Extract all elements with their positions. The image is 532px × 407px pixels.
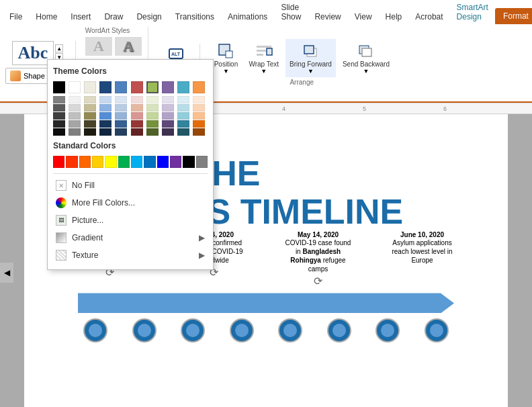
shade-2-7[interactable] [162,112,174,120]
shade-0-5[interactable] [131,96,143,103]
shade-0-6[interactable] [146,96,159,103]
tab-review[interactable]: Review [308,9,347,24]
texture-item[interactable]: Texture ▶ [53,246,208,264]
timeline-dot-2[interactable] [132,318,157,343]
theme-color-0[interactable] [53,81,65,93]
timeline-dot-6[interactable] [327,318,351,343]
shade-4-4[interactable] [115,128,127,136]
tab-acrobat[interactable]: Acrobat [408,9,449,24]
wrap-text-arrow[interactable]: ▼ [261,68,267,75]
shade-3-6[interactable] [146,120,159,128]
shade-0-7[interactable] [162,96,174,103]
shade-1-4[interactable] [115,104,127,111]
shade-3-2[interactable] [84,120,96,128]
shade-4-0[interactable] [53,128,65,136]
shade-0-8[interactable] [177,96,189,103]
tab-design[interactable]: Design [130,9,168,24]
theme-color-5[interactable] [131,81,143,93]
shade-2-1[interactable] [69,112,81,120]
shade-1-8[interactable] [177,104,189,111]
shade-4-9[interactable] [193,128,205,136]
bring-forward-arrow[interactable]: ▼ [308,68,314,75]
theme-color-7[interactable] [162,81,174,93]
shade-2-6[interactable] [146,112,159,120]
theme-color-9[interactable] [193,81,205,93]
shade-3-8[interactable] [177,120,189,128]
tab-transitions[interactable]: Transitions [169,9,221,24]
std-color-3[interactable] [92,156,103,168]
shade-4-5[interactable] [131,128,143,136]
shade-3-3[interactable] [99,120,112,128]
shade-4-3[interactable] [99,128,112,136]
shade-4-8[interactable] [177,128,189,136]
bring-forward-btn[interactable]: Bring Forward ▼ [285,39,336,77]
shade-3-4[interactable] [115,120,127,128]
shade-2-4[interactable] [115,112,127,120]
std-color-7[interactable] [144,156,155,168]
tab-slideshow[interactable]: Slide Show [274,0,308,24]
shade-1-7[interactable] [162,104,174,111]
tab-help[interactable]: Help [379,9,409,24]
theme-color-8[interactable] [177,81,189,93]
std-color-11[interactable] [196,156,208,168]
shade-1-3[interactable] [99,104,112,111]
wordart-item-2[interactable]: A [115,37,142,56]
shade-3-7[interactable] [162,120,174,128]
picture-item[interactable]: 🖼 Picture... [53,212,208,229]
shade-1-9[interactable] [193,104,205,111]
wordart-item-1[interactable]: A [85,37,112,56]
send-backward-arrow[interactable]: ▼ [363,68,369,75]
shade-4-2[interactable] [84,128,96,136]
gradient-item[interactable]: Gradient ▶ [53,229,208,246]
shade-0-1[interactable] [69,96,81,103]
shade-4-1[interactable] [69,128,81,136]
shade-0-3[interactable] [99,96,112,103]
shade-2-9[interactable] [193,112,205,120]
shade-3-9[interactable] [193,120,205,128]
tab-home[interactable]: Home [29,9,64,24]
shade-2-8[interactable] [177,112,189,120]
theme-color-6[interactable] [146,81,159,93]
shade-1-5[interactable] [131,104,143,111]
wrap-text-btn[interactable]: Wrap Text ▼ [245,39,283,77]
std-color-6[interactable] [131,156,142,168]
shade-0-0[interactable] [53,96,65,103]
shade-0-4[interactable] [115,96,127,103]
shade-2-5[interactable] [131,112,143,120]
std-color-4[interactable] [105,156,116,168]
tab-insert[interactable]: Insert [64,9,97,24]
no-fill-item[interactable]: ✕ No Fill [53,177,208,194]
timeline-dot-7[interactable] [375,318,400,343]
shade-1-1[interactable] [69,104,81,111]
tab-view[interactable]: View [348,9,379,24]
send-backward-btn[interactable]: Send Backward ▼ [339,39,394,77]
theme-color-4[interactable] [115,81,127,93]
more-fill-colors-item[interactable]: More Fill Colors... [53,194,208,212]
std-color-0[interactable] [53,156,64,168]
timeline-dot-1[interactable] [83,318,107,343]
std-color-8[interactable] [157,156,169,168]
std-color-1[interactable] [66,156,77,168]
theme-color-1[interactable] [69,81,81,93]
std-color-2[interactable] [79,156,91,168]
std-color-10[interactable] [183,156,194,168]
std-color-9[interactable] [170,156,181,168]
shade-2-2[interactable] [84,112,96,120]
tab-file[interactable]: File [3,9,29,24]
timeline-dot-3[interactable] [181,318,205,343]
shade-1-6[interactable] [146,104,159,111]
abc-up-btn[interactable]: ▲ [55,44,63,52]
shade-4-6[interactable] [146,128,159,136]
shade-1-2[interactable] [84,104,96,111]
tab-animations[interactable]: Animations [221,9,274,24]
std-color-5[interactable] [118,156,130,168]
position-btn[interactable]: Position ▼ [210,39,242,77]
shade-2-3[interactable] [99,112,112,120]
timeline-dot-5[interactable] [278,318,302,343]
shade-3-5[interactable] [131,120,143,128]
theme-color-3[interactable] [99,81,112,93]
tab-format[interactable]: Format [495,8,532,24]
timeline-dot-8[interactable] [425,318,449,343]
shade-0-9[interactable] [193,96,205,103]
position-arrow[interactable]: ▼ [223,68,229,75]
